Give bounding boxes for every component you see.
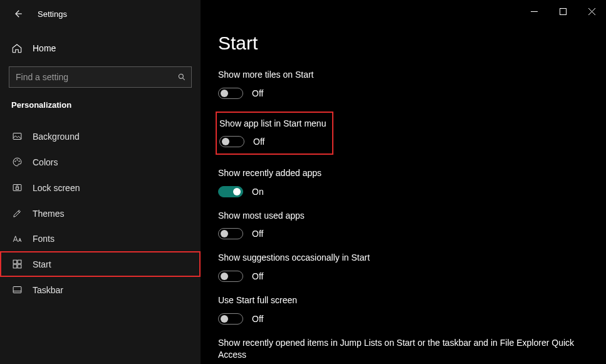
nav-colors[interactable]: Colors [0, 149, 201, 175]
toggle-state: On [252, 187, 264, 197]
setting-2: Show recently added appsOn [218, 167, 588, 197]
toggle-row: Off [218, 228, 588, 239]
arrow-left-icon [12, 8, 23, 19]
palette-icon [11, 157, 23, 167]
image-icon [11, 131, 23, 142]
nav-item-label: Fonts [33, 234, 55, 244]
toggle-switch[interactable] [219, 136, 244, 147]
svg-point-3 [16, 160, 17, 160]
nav-themes[interactable]: Themes [0, 200, 201, 226]
nav-item-label: Background [33, 132, 80, 142]
svg-rect-7 [13, 260, 17, 264]
search-box[interactable] [9, 66, 192, 88]
taskbar-icon [11, 284, 23, 295]
settings-list: Show more tiles on StartOffShow app list… [218, 69, 606, 364]
svg-point-4 [18, 161, 19, 162]
nav-start[interactable]: Start [0, 251, 201, 277]
topbar: Settings [0, 0, 201, 28]
nav-item-label: Start [33, 259, 51, 269]
toggle-row: Off [218, 271, 588, 282]
back-button[interactable] [10, 6, 25, 21]
toggle-switch[interactable] [218, 271, 243, 282]
maximize-icon [560, 8, 567, 15]
toggle-state: Off [253, 137, 264, 147]
setting-label: Show recently added apps [218, 167, 588, 180]
app-title: Settings [38, 9, 67, 19]
toggle-switch[interactable] [218, 88, 243, 99]
toggle-switch[interactable] [218, 186, 243, 197]
lock-icon [11, 182, 23, 193]
window-controls [520, 0, 606, 23]
home-label: Home [33, 43, 56, 53]
search-icon [177, 73, 186, 81]
svg-rect-10 [18, 264, 21, 268]
nav-item-label: Lock screen [33, 183, 80, 193]
toggle-row: On [218, 186, 588, 197]
svg-rect-12 [560, 8, 566, 14]
svg-rect-11 [13, 287, 21, 293]
minimize-button[interactable] [520, 0, 548, 23]
svg-point-2 [14, 161, 15, 162]
toggle-row: Off [219, 136, 326, 147]
section-label: Personalization [0, 96, 201, 117]
toggle-switch[interactable] [218, 313, 243, 325]
start-icon [11, 259, 23, 269]
nav-lockscreen[interactable]: Lock screen [0, 175, 201, 200]
toggle-switch[interactable] [218, 228, 243, 239]
main: Start Show more tiles on StartOffShow ap… [201, 0, 606, 364]
nav-item-label: Themes [33, 209, 65, 219]
setting-label: Show most used apps [218, 210, 588, 222]
nav-taskbar[interactable]: Taskbar [0, 277, 201, 303]
home-icon [11, 43, 23, 54]
svg-rect-1 [13, 133, 21, 140]
search-wrap [0, 63, 201, 96]
toggle-state: Off [252, 271, 263, 281]
setting-6: Show recently opened items in Jump Lists… [218, 337, 588, 364]
toggle-row: Off [218, 313, 588, 325]
setting-label: Show more tiles on Start [218, 69, 588, 81]
search-input[interactable] [16, 72, 170, 82]
svg-rect-6 [16, 187, 18, 190]
sidebar: Settings Home Personalization Background… [0, 0, 201, 364]
setting-3: Show most used appsOff [218, 210, 588, 240]
setting-5: Use Start full screenOff [218, 294, 588, 325]
setting-label: Show recently opened items in Jump Lists… [218, 337, 588, 361]
setting-1: Show app list in Start menuOff [218, 112, 588, 155]
svg-rect-9 [13, 264, 17, 268]
home-link[interactable]: Home [0, 34, 201, 63]
toggle-row: Off [218, 88, 588, 99]
toggle-state: Off [252, 88, 263, 98]
font-icon [11, 234, 23, 243]
nav-item-label: Taskbar [33, 285, 63, 295]
nav-fonts[interactable]: Fonts [0, 226, 201, 251]
setting-label: Show suggestions occasionally in Start [218, 252, 588, 264]
toggle-state: Off [252, 229, 263, 239]
close-button[interactable] [577, 0, 606, 23]
close-icon [588, 8, 595, 15]
nav-item-label: Colors [33, 157, 58, 167]
setting-0: Show more tiles on StartOff [218, 69, 588, 99]
nav-background[interactable]: Background [0, 123, 201, 149]
setting-4: Show suggestions occasionally in StartOf… [218, 252, 588, 282]
maximize-button[interactable] [548, 0, 577, 23]
highlighted-setting: Show app list in Start menuOff [216, 112, 333, 155]
toggle-state: Off [252, 314, 263, 324]
page-title: Start [218, 33, 606, 54]
setting-label: Use Start full screen [218, 294, 588, 307]
setting-label: Show app list in Start menu [219, 118, 326, 130]
sidebar-nav: BackgroundColorsLock screenThemesFontsSt… [0, 123, 201, 303]
svg-point-0 [179, 74, 183, 78]
svg-rect-8 [18, 260, 21, 264]
brush-icon [11, 208, 23, 219]
minimize-icon [531, 8, 538, 15]
